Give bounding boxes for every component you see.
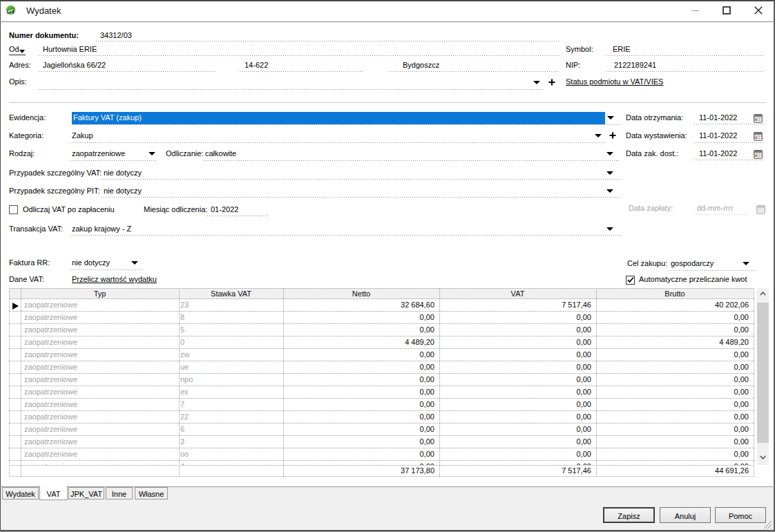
svg-text:GT: GT — [7, 8, 15, 15]
